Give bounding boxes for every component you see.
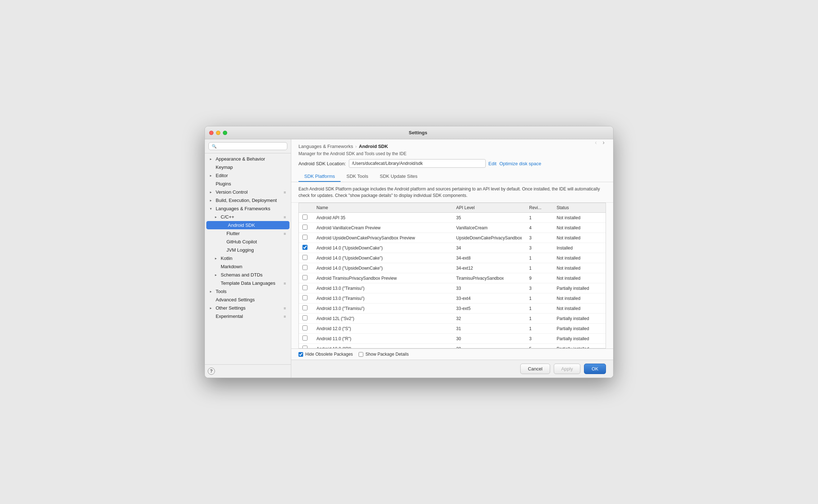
row-rev: 3 — [526, 283, 553, 293]
row-checkbox-cell[interactable] — [299, 324, 313, 334]
row-checkbox-cell[interactable] — [299, 344, 313, 349]
show-details-checkbox[interactable] — [359, 352, 363, 357]
show-details-label[interactable]: Show Package Details — [365, 352, 409, 357]
sidebar-settings-icon: ≡ — [282, 314, 287, 319]
table-body: Android API 35 35 1 Not installed Androi… — [299, 213, 606, 349]
row-api: 29 — [453, 344, 526, 349]
sidebar-item-experimental[interactable]: Experimental≡ — [205, 312, 291, 320]
table-footer: Hide Obsolete Packages Show Package Deta… — [291, 348, 613, 360]
tab-sdk-tools[interactable]: SDK Tools — [341, 171, 374, 182]
sidebar-item-cpp[interactable]: ▸C/C++≡ — [205, 213, 291, 221]
minimize-button[interactable] — [216, 131, 220, 135]
row-checkbox-cell[interactable] — [299, 233, 313, 243]
row-rev: 1 — [526, 253, 553, 263]
edit-link[interactable]: Edit — [489, 161, 496, 166]
row-checkbox[interactable] — [302, 285, 307, 290]
maximize-button[interactable] — [223, 131, 227, 135]
row-checkbox[interactable] — [302, 325, 307, 330]
row-checkbox[interactable] — [302, 305, 307, 310]
sidebar-item-other[interactable]: ▸Other Settings≡ — [205, 304, 291, 312]
sidebar-item-keymap[interactable]: Keymap — [205, 163, 291, 171]
row-rev: 3 — [526, 334, 553, 344]
row-checkbox-cell[interactable] — [299, 314, 313, 324]
titlebar: Settings — [205, 126, 613, 139]
apply-button[interactable]: Apply — [554, 364, 581, 374]
sdk-location-label: Android SDK Location: — [298, 161, 346, 166]
row-checkbox[interactable] — [302, 265, 307, 270]
hide-obsolete-label[interactable]: Hide Obsolete Packages — [305, 352, 353, 357]
row-checkbox[interactable] — [302, 295, 307, 300]
sidebar-item-languages[interactable]: ▾Languages & Frameworks — [205, 204, 291, 213]
row-name: Android VanillaIceCream Preview — [313, 223, 453, 233]
traffic-lights — [209, 131, 227, 135]
row-checkbox[interactable] — [302, 225, 307, 230]
row-checkbox[interactable] — [302, 255, 307, 260]
optimize-link[interactable]: Optimize disk space — [499, 161, 541, 166]
row-checkbox[interactable] — [302, 235, 307, 240]
sidebar-item-schemas[interactable]: ▸Schemas and DTDs — [205, 271, 291, 279]
row-checkbox[interactable] — [302, 346, 307, 348]
nav-forward-button[interactable]: › — [601, 139, 606, 146]
row-checkbox[interactable] — [302, 315, 307, 320]
bottom-bar: Cancel Apply OK — [291, 360, 613, 378]
sidebar: 🔍 ▸Appearance & BehaviorKeymap▸EditorPlu… — [205, 139, 291, 378]
row-checkbox[interactable] — [302, 336, 307, 341]
row-checkbox-cell[interactable] — [299, 334, 313, 344]
row-checkbox-cell[interactable] — [299, 243, 313, 253]
row-checkbox-cell[interactable] — [299, 253, 313, 263]
sidebar-item-advanced[interactable]: Advanced Settings — [205, 296, 291, 304]
table-container[interactable]: Name API Level Revi... Status Android AP… — [298, 203, 606, 348]
row-checkbox[interactable] — [302, 215, 307, 220]
nav-back-button[interactable]: ‹ — [593, 139, 598, 146]
row-checkbox-cell[interactable] — [299, 293, 313, 303]
breadcrumb-parent[interactable]: Languages & Frameworks — [298, 144, 353, 149]
row-checkbox-cell[interactable] — [299, 273, 313, 283]
row-checkbox-cell[interactable] — [299, 303, 313, 314]
hide-obsolete-checkbox[interactable] — [298, 352, 303, 357]
sidebar-item-tools[interactable]: ▸Tools — [205, 287, 291, 296]
sidebar-item-flutter[interactable]: Flutter≡ — [205, 229, 291, 238]
sidebar-item-kotlin[interactable]: ▸Kotlin — [205, 254, 291, 262]
row-status: Installed — [553, 243, 606, 253]
sidebar-item-jvm-logging[interactable]: JVM Logging — [205, 246, 291, 254]
row-rev: 9 — [526, 273, 553, 283]
sidebar-item-github-copilot[interactable]: GitHub Copilot — [205, 238, 291, 246]
sidebar-item-markdown[interactable]: Markdown — [205, 262, 291, 271]
row-checkbox-cell[interactable] — [299, 283, 313, 293]
row-status: Not installed — [553, 273, 606, 283]
col-checkbox — [299, 203, 313, 213]
sdk-location-input[interactable] — [349, 159, 486, 168]
row-checkbox-cell[interactable] — [299, 223, 313, 233]
row-checkbox[interactable] — [302, 275, 307, 280]
search-input[interactable] — [219, 144, 284, 149]
table-row: Android 13.0 ("Tiramisu") 33-ext4 1 Not … — [299, 293, 606, 303]
sidebar-item-build[interactable]: ▸Build, Execution, Deployment — [205, 196, 291, 204]
row-api: 31 — [453, 324, 526, 334]
arrow-icon: ▸ — [210, 174, 214, 177]
sidebar-item-appearance[interactable]: ▸Appearance & Behavior — [205, 155, 291, 163]
table-header: Name API Level Revi... Status — [299, 203, 606, 213]
cancel-button[interactable]: Cancel — [520, 364, 550, 374]
sidebar-item-android-sdk[interactable]: Android SDK — [206, 221, 289, 229]
row-status: Not installed — [553, 263, 606, 273]
close-button[interactable] — [209, 131, 214, 135]
row-checkbox-cell[interactable] — [299, 213, 313, 223]
row-checkbox[interactable] — [302, 245, 307, 250]
tab-sdk-platforms[interactable]: SDK Platforms — [298, 171, 341, 182]
tab-sdk-update-sites[interactable]: SDK Update Sites — [374, 171, 423, 182]
sidebar-item-editor[interactable]: ▸Editor — [205, 171, 291, 180]
sidebar-settings-icon: ≡ — [282, 215, 287, 219]
sidebar-item-version-control[interactable]: ▸Version Control≡ — [205, 188, 291, 196]
row-api: TiramisuPrivacySandbox — [453, 273, 526, 283]
sidebar-item-plugins[interactable]: Plugins — [205, 180, 291, 188]
main-panel: Languages & Frameworks › Android SDK ‹ ›… — [291, 139, 613, 378]
table-row: Android 14.0 ("UpsideDownCake") 34-ext8 … — [299, 253, 606, 263]
help-button[interactable]: ? — [208, 368, 215, 375]
breadcrumb: Languages & Frameworks › Android SDK ‹ › — [298, 144, 606, 149]
arrow-icon: ▸ — [215, 273, 219, 277]
row-checkbox-cell[interactable] — [299, 263, 313, 273]
search-wrap[interactable]: 🔍 — [208, 142, 287, 150]
ok-button[interactable]: OK — [584, 364, 606, 374]
row-name: Android 10.0 ("Q") — [313, 344, 453, 349]
sidebar-item-template-data[interactable]: Template Data Languages≡ — [205, 279, 291, 287]
